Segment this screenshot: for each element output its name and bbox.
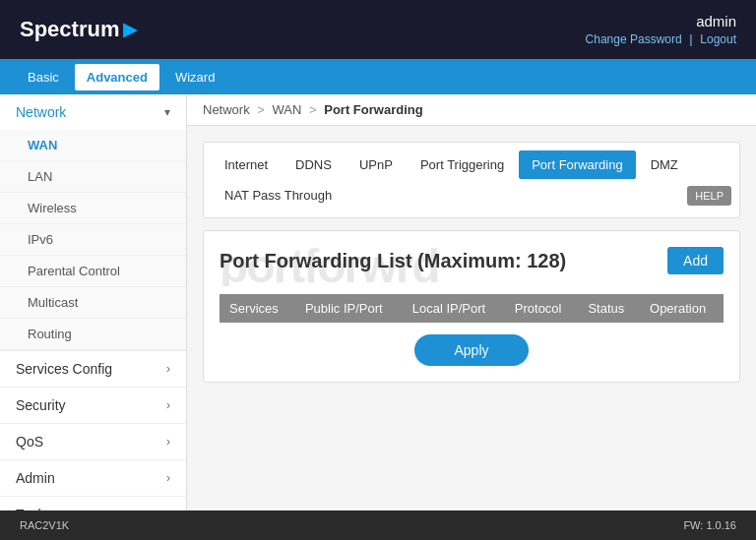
footer-model: RAC2V1K [20, 519, 69, 531]
tab-port-triggering[interactable]: Port Triggering [408, 150, 517, 179]
sidebar-network-label: Network [16, 104, 66, 120]
logo-arrow: ▶ [123, 19, 137, 40]
chevron-right-icon5: › [166, 508, 170, 510]
col-services: Services [220, 294, 295, 323]
sidebar-section-admin: Admin › [0, 460, 186, 497]
add-button[interactable]: Add [667, 247, 724, 274]
sidebar-section-security: Security › [0, 388, 186, 424]
sidebar-security-label: Security [16, 397, 66, 413]
nav-advanced[interactable]: Advanced [75, 64, 159, 90]
nav-wizard[interactable]: Wizard [163, 64, 226, 90]
tab-bar: Internet DDNS UPnP Port Triggering Port … [203, 142, 740, 218]
sidebar-section-services-config: Services Config › [0, 351, 186, 388]
sidebar-item-lan[interactable]: LAN [0, 161, 186, 193]
sidebar-tools-label: Tools [16, 507, 48, 510]
header-separator: | [689, 31, 692, 46]
logo-text: Spectrum [20, 17, 119, 42]
sidebar-network-items: WAN LAN Wireless IPv6 Parental Control M… [0, 130, 186, 350]
sidebar-services-config-header[interactable]: Services Config › [0, 351, 186, 387]
breadcrumb: Network > WAN > Port Forwarding [187, 94, 756, 126]
sidebar-item-ipv6[interactable]: IPv6 [0, 224, 186, 256]
sidebar-item-parental-control[interactable]: Parental Control [0, 256, 186, 287]
sidebar-item-wireless[interactable]: Wireless [0, 193, 186, 224]
sidebar-section-tools: Tools › [0, 497, 186, 510]
sidebar-item-wan[interactable]: WAN [0, 130, 186, 161]
change-password-link[interactable]: Change Password [586, 32, 682, 46]
pf-panel: portforwrd Port Forwarding List (Maximum… [203, 230, 740, 383]
pf-title: Port Forwarding List (Maximum: 128) [220, 250, 566, 272]
apply-row: Apply [220, 334, 724, 366]
chevron-down-icon: ▾ [164, 105, 170, 119]
footer-firmware: FW: 1.0.16 [683, 519, 736, 531]
sidebar-admin-header[interactable]: Admin › [0, 460, 186, 496]
sidebar-network-header[interactable]: Network ▾ [0, 94, 186, 130]
tab-internet[interactable]: Internet [212, 150, 281, 179]
layout: Network ▾ WAN LAN Wireless IPv6 Parental… [0, 94, 756, 510]
main-content: Network > WAN > Port Forwarding Internet… [187, 94, 756, 510]
sidebar-qos-header[interactable]: QoS › [0, 424, 186, 459]
logo: Spectrum▶ [20, 17, 137, 42]
apply-button[interactable]: Apply [414, 334, 528, 366]
col-protocol: Protocol [505, 294, 579, 323]
sidebar-item-multicast[interactable]: Multicast [0, 287, 186, 319]
content-area: Internet DDNS UPnP Port Triggering Port … [187, 126, 756, 398]
sidebar-admin-label: Admin [16, 470, 55, 486]
tab-ddns[interactable]: DDNS [283, 150, 345, 179]
sidebar: Network ▾ WAN LAN Wireless IPv6 Parental… [0, 94, 187, 510]
sidebar-section-qos: QoS › [0, 424, 186, 460]
tab-port-forwarding[interactable]: Port Forwarding [519, 150, 635, 179]
sidebar-security-header[interactable]: Security › [0, 388, 186, 423]
sidebar-qos-label: QoS [16, 434, 43, 450]
sidebar-item-routing[interactable]: Routing [0, 319, 186, 350]
tab-nat-pass-through[interactable]: NAT Pass Through [212, 181, 345, 210]
help-button[interactable]: HELP [687, 186, 731, 206]
top-nav: Basic Advanced Wizard [0, 59, 756, 94]
breadcrumb-sep1: > [257, 102, 268, 117]
chevron-right-icon4: › [166, 471, 170, 485]
tab-upnp[interactable]: UPnP [346, 150, 406, 179]
footer: RAC2V1K FW: 1.0.16 [0, 510, 756, 540]
col-local-ip-port: Local IP/Port [403, 294, 505, 323]
breadcrumb-wan: WAN [273, 102, 302, 117]
sidebar-services-config-label: Services Config [16, 361, 112, 377]
col-operation: Operation [640, 294, 724, 323]
header-user: admin Change Password | Logout [586, 13, 736, 46]
header: Spectrum▶ admin Change Password | Logout [0, 0, 756, 59]
tab-dmz[interactable]: DMZ [638, 150, 691, 179]
pf-table: Services Public IP/Port Local IP/Port Pr… [220, 294, 724, 323]
breadcrumb-network: Network [203, 102, 250, 117]
logout-link[interactable]: Logout [700, 32, 736, 46]
username-label: admin [586, 13, 736, 30]
breadcrumb-sep2: > [309, 102, 320, 117]
chevron-right-icon2: › [166, 398, 170, 412]
col-public-ip-port: Public IP/Port [295, 294, 403, 323]
sidebar-tools-header[interactable]: Tools › [0, 497, 186, 510]
chevron-right-icon3: › [166, 435, 170, 449]
col-status: Status [578, 294, 640, 323]
chevron-right-icon: › [166, 362, 170, 376]
nav-basic[interactable]: Basic [16, 64, 71, 90]
sidebar-section-network: Network ▾ WAN LAN Wireless IPv6 Parental… [0, 94, 186, 351]
breadcrumb-current: Port Forwarding [324, 102, 422, 117]
